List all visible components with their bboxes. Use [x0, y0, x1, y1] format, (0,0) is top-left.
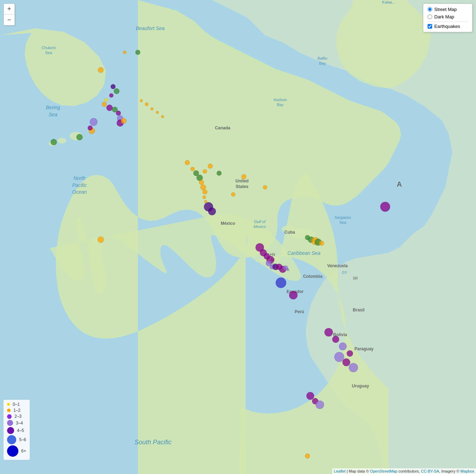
street-map-label: Street Map — [434, 7, 457, 12]
earthquake-marker[interactable] — [202, 195, 206, 199]
earthquake-marker[interactable] — [116, 111, 121, 116]
legend-label-4-5: 4–5 — [17, 428, 24, 433]
earthquake-marker[interactable] — [102, 102, 107, 107]
legend-item-3-4: 3–4 — [7, 420, 26, 426]
earthquakes-label: Earthquakes — [434, 24, 460, 29]
dark-map-option[interactable]: Dark Map — [428, 14, 468, 19]
earthquake-marker[interactable] — [90, 118, 98, 126]
earthquake-marker[interactable] — [151, 107, 153, 110]
legend-circle-5-6 — [7, 435, 16, 444]
svg-point-6 — [94, 239, 97, 242]
map-svg — [0, 0, 476, 474]
earthquakes-option[interactable]: Earthquakes — [428, 24, 468, 29]
earthquake-marker[interactable] — [114, 88, 119, 94]
earthquake-marker[interactable] — [241, 174, 246, 179]
earthquake-marker[interactable] — [98, 236, 104, 243]
legend-label-6plus: 6+ — [21, 449, 26, 453]
earthquake-marker[interactable] — [185, 160, 190, 165]
earthquake-marker[interactable] — [190, 167, 195, 171]
legend-label-1-2: 1–2 — [13, 408, 20, 413]
legend-circle-1-2 — [7, 409, 11, 412]
earthquake-marker[interactable] — [208, 164, 213, 169]
earthquake-marker[interactable] — [123, 51, 127, 54]
earthquake-marker[interactable] — [109, 93, 113, 98]
map-container[interactable]: Beaufort Sea BeringSea NorthPacificOcean… — [0, 0, 476, 474]
earthquake-marker[interactable] — [217, 171, 222, 176]
legend-label-5-6: 5–6 — [19, 437, 26, 442]
earthquake-marker[interactable] — [349, 363, 358, 372]
earthquake-marker[interactable] — [332, 336, 339, 343]
legend-item-1-2: 1–2 — [7, 408, 26, 413]
earthquake-marker[interactable] — [104, 98, 108, 102]
earthquake-marker[interactable] — [203, 169, 207, 174]
layer-control: Street Map Dark Map Earthquakes — [423, 4, 472, 32]
earthquake-marker[interactable] — [324, 328, 333, 337]
earthquake-marker[interactable] — [283, 265, 288, 270]
legend-label-2-3: 2–3 — [14, 414, 22, 419]
earthquake-marker[interactable] — [276, 277, 286, 288]
legend-circle-2-3 — [7, 414, 12, 419]
legend-item-6plus: 6+ — [7, 445, 26, 457]
zoom-controls[interactable]: + − — [4, 4, 15, 25]
legend-circle-4-5 — [7, 427, 14, 434]
earthquake-marker[interactable] — [145, 103, 148, 106]
legend: 0–1 1–2 2–3 3–4 4–5 5–6 6+ — [4, 400, 30, 460]
legend-label-0-1: 0–1 — [13, 402, 20, 407]
earthquake-marker[interactable] — [121, 118, 127, 124]
street-map-option[interactable]: Street Map — [428, 7, 468, 12]
earthquakes-checkbox[interactable] — [428, 24, 432, 29]
earthquake-marker[interactable] — [319, 241, 324, 246]
openstreetmap-link[interactable]: OpenStreetMap — [370, 469, 398, 473]
earthquake-marker[interactable] — [199, 180, 204, 185]
leaflet-link[interactable]: Leaflet — [334, 469, 346, 473]
ccbysa-link[interactable]: CC-BY-SA — [421, 469, 439, 473]
zoom-out-button[interactable]: − — [4, 14, 14, 25]
legend-circle-6plus — [7, 445, 18, 457]
dark-map-radio[interactable] — [428, 14, 432, 19]
earthquake-marker[interactable] — [305, 453, 310, 458]
earthquake-marker[interactable] — [202, 189, 207, 194]
legend-item-5-6: 5–6 — [7, 435, 26, 444]
legend-circle-0-1 — [7, 403, 10, 406]
earthquake-marker[interactable] — [156, 111, 159, 114]
legend-label-3-4: 3–4 — [16, 421, 23, 426]
legend-item-4-5: 4–5 — [7, 427, 26, 434]
earthquake-marker[interactable] — [140, 99, 143, 102]
earthquake-marker[interactable] — [208, 207, 216, 215]
earthquake-marker[interactable] — [263, 185, 267, 189]
earthquake-marker[interactable] — [76, 134, 83, 140]
earthquake-marker[interactable] — [316, 400, 324, 409]
earthquake-marker[interactable] — [88, 125, 93, 130]
street-map-radio[interactable] — [428, 7, 432, 12]
legend-item-2-3: 2–3 — [7, 414, 26, 419]
earthquake-marker[interactable] — [98, 67, 104, 73]
dark-map-label: Dark Map — [434, 14, 454, 19]
earthquake-marker[interactable] — [51, 139, 57, 145]
mapbox-link[interactable]: Mapbox — [460, 469, 474, 473]
earthquake-marker[interactable] — [289, 291, 298, 299]
earthquake-marker[interactable] — [347, 350, 353, 357]
earthquake-marker[interactable] — [111, 84, 116, 89]
earthquake-marker[interactable] — [231, 192, 235, 197]
attribution: Leaflet | Map data © OpenStreetMap contr… — [332, 468, 476, 474]
legend-item-0-1: 0–1 — [7, 402, 26, 407]
earthquake-marker[interactable] — [135, 50, 140, 55]
legend-circle-3-4 — [7, 420, 13, 426]
earthquake-marker[interactable] — [339, 343, 347, 350]
earthquake-marker[interactable] — [380, 202, 390, 212]
svg-point-2 — [58, 138, 66, 144]
zoom-in-button[interactable]: + — [4, 4, 14, 14]
earthquake-marker[interactable] — [161, 115, 164, 118]
